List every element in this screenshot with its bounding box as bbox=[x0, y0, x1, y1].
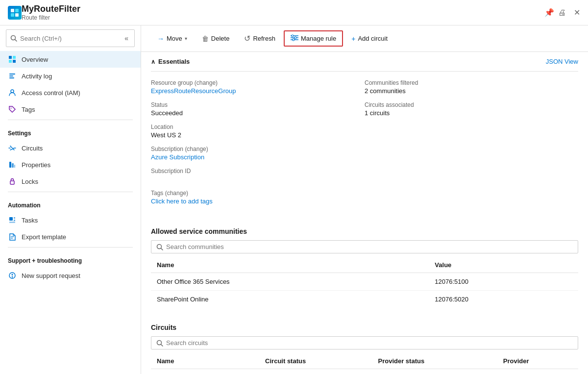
collapse-button[interactable]: « bbox=[122, 32, 130, 44]
communities-search-box[interactable] bbox=[151, 240, 578, 253]
add-circuit-icon: + bbox=[351, 35, 355, 43]
manage-rule-button[interactable]: Manage rule bbox=[284, 30, 343, 47]
svg-rect-9 bbox=[13, 60, 16, 63]
circuits-search-box[interactable] bbox=[151, 336, 578, 349]
divider-settings bbox=[8, 120, 133, 120]
communities-search-input[interactable] bbox=[166, 243, 573, 250]
essentials-resource-group-value: ExpressRouteResourceGroup bbox=[151, 87, 365, 95]
svg-point-14 bbox=[11, 108, 12, 109]
svg-line-36 bbox=[161, 248, 163, 250]
circuits-icon bbox=[8, 144, 17, 152]
community-value-1: 12076:5020 bbox=[429, 291, 578, 308]
svg-rect-11 bbox=[9, 75, 13, 76]
svg-line-5 bbox=[15, 40, 17, 42]
sidebar-item-support[interactable]: New support request bbox=[0, 267, 141, 284]
essentials-communities-value: 2 communities bbox=[365, 87, 578, 95]
communities-table: Name Value Other Office 365 Services 120… bbox=[151, 257, 578, 308]
essentials-resource-group-label: Resource group (change) bbox=[151, 79, 365, 86]
sidebar-item-activity-log[interactable]: Activity log bbox=[0, 68, 141, 84]
page-title: MyRouteFilter bbox=[22, 4, 544, 14]
section-title-settings: Settings bbox=[0, 122, 141, 140]
essentials-subscription-label: Subscription (change) bbox=[151, 146, 365, 152]
circuits-col-provider: Provider bbox=[497, 353, 578, 369]
svg-rect-16 bbox=[9, 162, 11, 168]
sidebar-item-tags-label: Tags bbox=[22, 106, 35, 113]
essentials-location-value: West US 2 bbox=[151, 131, 365, 139]
pin-icon[interactable]: 📌 bbox=[544, 8, 554, 17]
svg-rect-10 bbox=[9, 74, 15, 75]
svg-rect-3 bbox=[15, 13, 19, 17]
circuits-search-icon bbox=[156, 340, 163, 347]
svg-rect-1 bbox=[15, 9, 19, 12]
sidebar-item-support-label: New support request bbox=[22, 272, 80, 279]
community-name-1: SharePoint Online bbox=[151, 291, 429, 308]
essentials-communities-label: Communities filtered bbox=[365, 79, 578, 86]
sidebar-item-tasks[interactable]: Tasks bbox=[0, 212, 141, 228]
svg-rect-7 bbox=[13, 56, 16, 59]
community-name-0: Other Office 365 Services bbox=[151, 273, 429, 291]
subscription-change-link[interactable]: (change) bbox=[185, 146, 208, 152]
sidebar-item-iam[interactable]: Access control (IAM) bbox=[0, 84, 141, 101]
search-bar[interactable]: « bbox=[6, 29, 135, 47]
sidebar-item-export-label: Export template bbox=[22, 233, 66, 241]
subscription-link[interactable]: Azure Subscription bbox=[151, 153, 204, 161]
tags-add-link[interactable]: Click here to add tags bbox=[151, 198, 213, 205]
refresh-label: Refresh bbox=[253, 35, 275, 42]
refresh-icon: ↺ bbox=[244, 34, 250, 43]
svg-point-34 bbox=[293, 39, 294, 41]
refresh-button[interactable]: ↺ Refresh bbox=[238, 30, 282, 47]
svg-point-33 bbox=[294, 37, 296, 39]
move-button[interactable]: → Move ▾ bbox=[151, 31, 194, 46]
essentials-location: Location West US 2 bbox=[151, 124, 365, 139]
print-icon[interactable]: 🖨 bbox=[558, 8, 566, 17]
sidebar-item-circuits[interactable]: Circuits bbox=[0, 140, 141, 156]
svg-rect-12 bbox=[9, 77, 14, 78]
essentials-circuits-associated: Circuits associated 1 circuits bbox=[365, 101, 578, 117]
circuit-provider-0: Equinix bbox=[497, 369, 578, 374]
search-icon bbox=[10, 35, 17, 42]
delete-button[interactable]: 🗑 Delete bbox=[196, 31, 236, 46]
essentials-tags: Tags (change) Click here to add tags bbox=[151, 190, 365, 205]
essentials-collapse-icon[interactable]: ∧ bbox=[151, 58, 155, 65]
svg-rect-22 bbox=[14, 220, 15, 221]
json-view-link[interactable]: JSON View bbox=[546, 58, 578, 65]
add-circuit-button[interactable]: + Add circuit bbox=[345, 31, 394, 46]
export-template-icon bbox=[8, 232, 17, 241]
sidebar-item-overview[interactable]: Overview bbox=[0, 51, 141, 68]
svg-rect-19 bbox=[10, 181, 14, 184]
essentials-location-label: Location bbox=[151, 124, 365, 130]
sidebar-item-locks[interactable]: Locks bbox=[0, 173, 141, 190]
tags-change-link[interactable]: (change) bbox=[165, 190, 188, 197]
essentials-circuits-associated-value: 1 circuits bbox=[365, 109, 578, 117]
divider-automation bbox=[8, 192, 133, 192]
section-title-support: Support + troubleshooting bbox=[0, 249, 141, 267]
essentials-status: Status Succeeded bbox=[151, 101, 365, 117]
sidebar-item-properties[interactable]: Properties bbox=[0, 156, 141, 173]
circuits-col-circuit-status: Circuit status bbox=[259, 353, 372, 369]
manage-rule-label: Manage rule bbox=[301, 35, 336, 42]
resource-group-change-link[interactable]: (change) bbox=[195, 79, 218, 86]
circuits-search-input[interactable] bbox=[166, 339, 573, 347]
essentials-subscription: Subscription (change) Azure Subscription bbox=[151, 146, 365, 161]
essentials-header: ∧ Essentials JSON View bbox=[151, 52, 578, 72]
app-icon bbox=[8, 6, 22, 20]
essentials-subscription-id-value bbox=[151, 175, 365, 183]
svg-rect-8 bbox=[9, 60, 12, 63]
communities-col-name: Name bbox=[151, 257, 429, 273]
essentials-status-label: Status bbox=[151, 101, 365, 108]
tasks-icon bbox=[8, 216, 17, 224]
close-button[interactable]: ✕ bbox=[574, 8, 580, 17]
essentials-resource-group: Resource group (change) ExpressRouteReso… bbox=[151, 79, 365, 95]
circuit-provider-status-0: Provisioned bbox=[372, 369, 497, 374]
delete-label: Delete bbox=[211, 35, 230, 42]
sidebar-item-tags[interactable]: Tags bbox=[0, 101, 141, 118]
search-input[interactable] bbox=[20, 35, 120, 42]
essentials-tags-label: Tags (change) bbox=[151, 190, 365, 197]
essentials-title: ∧ Essentials bbox=[151, 58, 190, 65]
sidebar-item-export-template[interactable]: Export template bbox=[0, 228, 141, 245]
resource-group-link[interactable]: ExpressRouteResourceGroup bbox=[151, 87, 236, 95]
iam-icon bbox=[8, 88, 17, 97]
svg-line-38 bbox=[161, 344, 163, 346]
tags-icon bbox=[8, 105, 17, 114]
delete-icon: 🗑 bbox=[202, 35, 209, 43]
